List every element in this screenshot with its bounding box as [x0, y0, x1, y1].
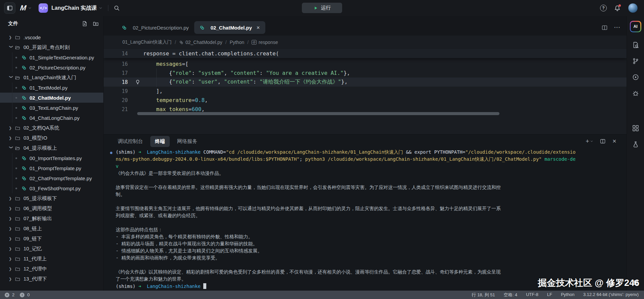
status-item[interactable]: Python [561, 292, 574, 298]
terminal-line: 主要情节围绕着男主角五河士道展开，他拥有特殊的能力，可以通过与精灵约会并使其娇羞… [116, 206, 620, 213]
tree-file-item[interactable]: 00_ImportTemplates.py [0, 153, 103, 163]
sticky-code-line[interactable]: 14response = client.chat.completions.cre… [104, 49, 627, 58]
breadcrumb-language[interactable]: Python [230, 40, 245, 45]
record-circle-icon[interactable] [632, 74, 639, 81]
horizontal-scrollbar[interactable] [137, 112, 499, 115]
notifications-bell-icon[interactable] [614, 5, 621, 11]
tree-folder-item[interactable]: ❯12_代理中 [0, 264, 103, 274]
tab-close-icon[interactable]: ✕ [256, 25, 260, 30]
split-terminal-icon[interactable] [600, 139, 605, 144]
terminal[interactable]: (shims) ➜ LangChain-shizhanke COMMAND="c… [104, 148, 627, 291]
status-item[interactable]: 行 18, 列 51 [472, 292, 495, 298]
split-editor-icon[interactable] [602, 25, 607, 31]
search-icon[interactable] [114, 5, 120, 11]
tab-chat-model[interactable]: 02_ChatModel.py ✕ [194, 21, 265, 34]
tree-folder-item[interactable]: ❯02_文档QA系统 [0, 123, 103, 133]
run-button[interactable]: 运行 [302, 3, 342, 13]
breadcrumb-folder[interactable]: 01_LangChain快速入门 [122, 39, 172, 45]
tree-file-item[interactable]: 02_PictureDescription.py [0, 62, 103, 72]
new-terminal-icon[interactable]: + [586, 138, 589, 144]
marscode-logo[interactable]: M [20, 4, 26, 12]
more-actions-icon[interactable]: ··· [614, 24, 621, 31]
tree-file-item[interactable]: 01_SimpleTextGeneration.py [0, 52, 103, 62]
project-chevron-icon[interactable] [99, 6, 103, 10]
problems-indicator[interactable]: ✕ 2 ! 0 [5, 292, 30, 297]
terminal-cursor[interactable] [203, 283, 206, 289]
tab-picture-description[interactable]: 02_PictureDescription.py [116, 21, 194, 34]
code-line[interactable]: 18 {"role": "user", "content": "请给我介绍一下《… [104, 78, 627, 87]
user-avatar[interactable] [628, 3, 638, 13]
terminal-token: (shims) [116, 149, 138, 155]
tree-file-item[interactable]: 03_FewShotPrompt.py [0, 183, 103, 193]
breadcrumb-symbol[interactable]: @ response [252, 40, 278, 45]
tree-item-label: 03_模型IO [23, 135, 47, 141]
terminal-dropdown-chevron-icon[interactable] [590, 140, 593, 143]
panel-tab-debug-console[interactable]: 调试控制台 [113, 136, 148, 147]
tree-file-item[interactable]: 04_ChatLongChain.py [0, 113, 103, 123]
lightbulb-icon[interactable] [135, 80, 140, 85]
project-name[interactable]: LangChain 实战课 [51, 5, 97, 12]
bug-icon[interactable] [632, 90, 639, 97]
code-token: : [260, 70, 266, 76]
folder-open-icon [15, 45, 20, 50]
toggle-sidebar-button[interactable] [4, 2, 15, 14]
terminal-token: - 丰富多样的精灵角色，每个精灵都有独特的外貌、性格和能力。 [116, 234, 253, 239]
panel-close-icon[interactable]: ✕ [612, 138, 616, 144]
logo-chevron-icon[interactable] [28, 6, 32, 10]
terminal-line: - 精彩的战斗场面，精灵在战斗中展现出强大的力量和华丽的技能。 [116, 241, 620, 248]
status-item[interactable]: LF [547, 292, 552, 298]
tree-folder-item[interactable]: ❯05_提示模板下 [0, 193, 103, 203]
tree-folder-item[interactable]: ❯04_提示模板上 [0, 143, 103, 153]
tree-folder-item[interactable]: ❯08_链上 [0, 223, 103, 234]
file-search-icon[interactable] [632, 42, 639, 48]
file-status-dot [15, 188, 17, 189]
tree-folder-item[interactable]: ❯03_模型IO [0, 133, 103, 143]
tree-file-item[interactable]: 03_TextLangChain.py [0, 103, 103, 113]
line-number: 18 [104, 79, 132, 85]
folder-icon [15, 246, 20, 251]
project-icon[interactable]: </> [39, 3, 48, 13]
folder-icon [15, 35, 20, 40]
tree-folder-item[interactable]: ❯11_代理上 [0, 254, 103, 264]
notification-badge [619, 4, 621, 7]
help-icon[interactable]: ? [600, 5, 607, 11]
file-status-dot [15, 67, 17, 68]
new-folder-icon[interactable] [93, 21, 99, 27]
tree-folder-item[interactable]: ❯13_代理下 [0, 274, 103, 284]
tree-folder-item[interactable]: ❯01_LangChain快速入门 [0, 72, 103, 83]
tree-file-item[interactable]: 02_ChatModel.py [0, 93, 103, 103]
panel-tab-terminal[interactable]: 终端 [150, 136, 170, 147]
status-item[interactable]: UTF-8 [526, 292, 538, 298]
code-token: , [224, 70, 230, 76]
code-line[interactable]: 20 temperature=0.8, [104, 96, 627, 105]
tree-file-item[interactable]: 01_TextModel.py [0, 83, 103, 93]
status-item[interactable]: 3.12.2 64-bit ('shims': pyenv) [583, 292, 639, 298]
code-token: , [218, 79, 224, 85]
tree-file-item[interactable]: 02_ChatPromptTemplate.py [0, 173, 103, 183]
status-item[interactable]: 空格: 4 [504, 292, 517, 298]
chevron-icon: ❯ [9, 126, 15, 130]
terminal-token: LangChain-shizhanke [147, 149, 204, 155]
chevron-icon: ❯ [9, 227, 15, 231]
code-line[interactable]: 16 messages=[ [104, 59, 627, 68]
tree-folder-item[interactable]: ❯07_解析输出 [0, 213, 103, 223]
tree-folder-item[interactable]: ❯10_记忆 [0, 244, 103, 254]
tree-folder-item[interactable]: ❯.vscode [0, 32, 103, 42]
tree-file-item[interactable]: 01_PromptTemplate.py [0, 163, 103, 173]
terminal-line [116, 199, 620, 206]
tree-folder-item[interactable]: ❯09_链下 [0, 234, 103, 244]
tree-folder-item[interactable]: ❯06_调用模型 [0, 203, 103, 213]
code-editor[interactable]: 14response = client.chat.completions.cre… [104, 49, 627, 134]
panel-tab-network[interactable]: 网络服务 [172, 136, 202, 147]
grid-icon[interactable] [632, 125, 639, 132]
code-line[interactable]: 19 ], [104, 87, 627, 96]
breadcrumb-separator: / [225, 40, 227, 45]
ai-assistant-icon[interactable]: AI [630, 21, 641, 32]
flask-icon[interactable] [632, 141, 639, 148]
git-branch-icon[interactable] [632, 58, 639, 64]
breadcrumb-file[interactable]: 02_ChatModel.py [179, 40, 222, 45]
terminal-token: LangChain-shizhanke [147, 284, 204, 289]
code-line[interactable]: 17 {"role": "system", "content": "You ar… [104, 68, 627, 78]
tree-folder-item[interactable]: ❯00_开篇词_奇点时刻 [0, 42, 103, 52]
new-file-icon[interactable] [82, 21, 88, 27]
